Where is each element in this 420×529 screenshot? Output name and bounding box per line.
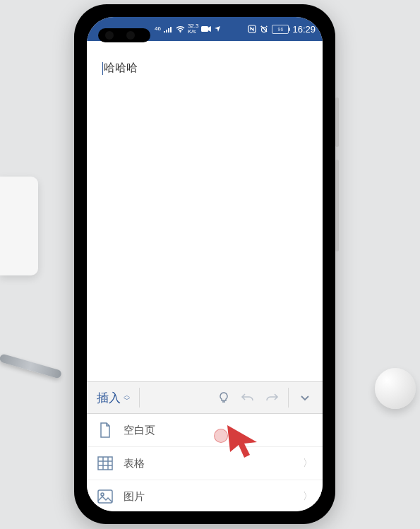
redo-icon (265, 392, 279, 403)
desk-pen-prop (0, 353, 62, 379)
signal-icon (164, 25, 173, 32)
svg-point-3 (262, 28, 267, 32)
tell-me-button[interactable] (212, 386, 236, 410)
menu-item-label: 图片 (124, 490, 145, 504)
location-icon (214, 25, 221, 32)
ribbon-tab-selector[interactable]: 插入 ︿﹀ (92, 390, 135, 406)
document-canvas[interactable]: 哈哈哈 (87, 41, 323, 381)
battery-percent: 96 (278, 27, 284, 32)
nfc-icon (248, 25, 256, 33)
network-type-label: 46 (155, 26, 161, 32)
phone-side-button (335, 97, 339, 147)
net-speed-unit: K/s (188, 29, 199, 35)
camera-indicator-icon (201, 25, 211, 32)
collapse-ribbon-button[interactable] (293, 386, 317, 410)
desk-card-prop (0, 177, 38, 275)
desk-ball-prop (375, 368, 416, 409)
battery-indicator: 96 (272, 25, 289, 34)
lightbulb-icon (217, 391, 230, 404)
ribbon-toolbar: 插入 ︿﹀ (87, 381, 323, 414)
chevron-right-icon: 〉 (303, 457, 313, 470)
svg-rect-4 (98, 457, 112, 470)
svg-point-0 (179, 31, 181, 32)
chevron-down-icon (299, 392, 311, 403)
phone-frame: 46 32.3 K/s (74, 4, 335, 524)
picture-icon (97, 488, 114, 505)
svg-rect-5 (98, 490, 112, 503)
alarm-off-icon (260, 25, 268, 33)
svg-rect-1 (201, 26, 208, 32)
toolbar-separator (139, 388, 140, 408)
table-icon (97, 455, 114, 472)
undo-icon (241, 392, 255, 403)
redo-button[interactable] (260, 386, 284, 410)
text-cursor (102, 62, 103, 75)
clock-label: 16:29 (292, 24, 316, 35)
menu-item-label: 表格 (124, 457, 145, 470)
toolbar-separator (288, 388, 289, 408)
chevron-up-down-icon: ︿﹀ (124, 393, 131, 402)
wifi-icon (176, 25, 185, 32)
menu-item-picture[interactable]: 图片 〉 (87, 480, 323, 511)
menu-item-label: 空白页 (124, 424, 155, 437)
ribbon-tab-label: 插入 (97, 390, 121, 406)
document-text: 哈哈哈 (104, 61, 138, 73)
file-icon (97, 422, 114, 439)
undo-button[interactable] (236, 386, 260, 410)
phone-side-button (335, 160, 339, 251)
menu-item-blank-page[interactable]: 空白页 (87, 414, 323, 447)
camera-cutout (98, 28, 150, 42)
menu-item-table[interactable]: 表格 〉 (87, 447, 323, 480)
insert-menu: 空白页 表格 〉 图片 〉 (87, 414, 323, 511)
svg-point-6 (101, 493, 104, 496)
chevron-right-icon: 〉 (303, 490, 313, 503)
